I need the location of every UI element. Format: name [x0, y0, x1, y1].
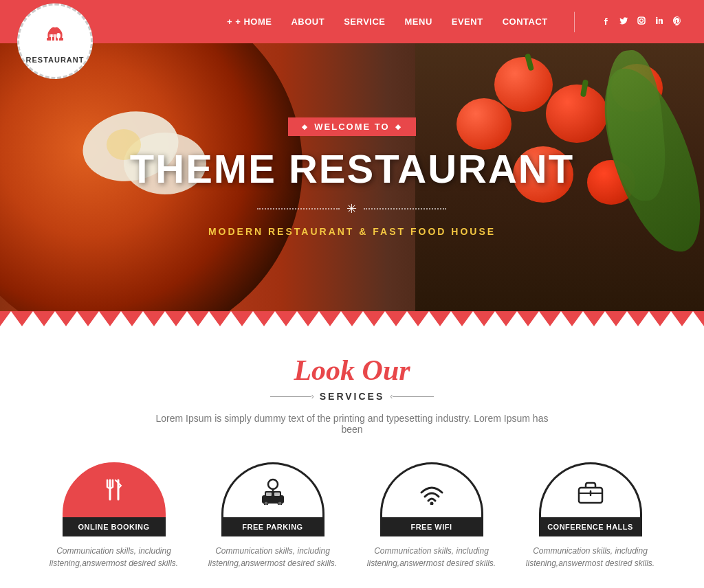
- header: RESTAURANT + HOME ABOUT SERVICE MENU EVE…: [0, 0, 704, 43]
- parking-label: FREE PARKING: [221, 517, 324, 536]
- booking-icon-circle: [63, 462, 166, 517]
- hero-subtitle: MODERN RESTAURANT & FAST FOOD HOUSE: [130, 226, 574, 237]
- svg-point-9: [643, 18, 644, 19]
- svg-point-22: [264, 501, 268, 505]
- nav-item-home[interactable]: + HOME: [227, 16, 272, 27]
- service-card-free-wifi: FREE WIFI Communication skills, includin…: [366, 462, 497, 569]
- welcome-badge: ◆ WELCOME TO ◆: [288, 117, 415, 136]
- social-icons: [601, 16, 682, 27]
- nav-item-service[interactable]: SERVICE: [344, 16, 385, 27]
- svg-point-8: [639, 19, 643, 23]
- zigzag-top: [0, 311, 704, 326]
- logo-text: RESTAURANT: [26, 56, 85, 64]
- hero-section: ◆ WELCOME TO ◆ THEME RESTAURANT ✳ MODERN…: [0, 43, 704, 311]
- svg-point-26: [430, 501, 433, 505]
- subheading-line-right: ‹: [393, 396, 434, 397]
- subheading-line-left: ›: [270, 396, 311, 397]
- pinterest-icon[interactable]: [672, 16, 682, 27]
- wifi-label: FREE WIFI: [380, 517, 483, 536]
- service-card-online-booking: ONLINE BOOKING Communication skills, inc…: [49, 462, 179, 569]
- parking-icon-circle: [221, 462, 324, 517]
- services-subheading: SERVICES: [320, 391, 385, 402]
- svg-point-17: [268, 479, 278, 489]
- divider-star: ✳: [346, 201, 357, 216]
- twitter-icon[interactable]: [619, 16, 628, 27]
- svg-rect-25: [274, 493, 280, 496]
- services-grid: ONLINE BOOKING Communication skills, inc…: [41, 462, 663, 569]
- svg-point-23: [278, 501, 282, 505]
- service-card-free-parking: FREE PARKING Communication skills, inclu…: [208, 462, 338, 569]
- service-card-conference-halls: CONFERENCE HALLS Communication skills, i…: [525, 462, 656, 569]
- nav-item-about[interactable]: ABOUT: [291, 16, 324, 27]
- welcome-text: WELCOME TO: [314, 122, 389, 132]
- diamond-right: ◆: [395, 123, 402, 131]
- nav-divider: [574, 12, 575, 32]
- wifi-icon-circle: [380, 462, 483, 517]
- logo[interactable]: RESTAURANT: [17, 3, 93, 79]
- diamond-left: ◆: [302, 123, 309, 131]
- booking-label: ONLINE BOOKING: [63, 517, 166, 536]
- wifi-desc: Communication skills, including listenin…: [366, 545, 497, 569]
- instagram-icon[interactable]: [637, 16, 646, 27]
- services-heading: Look Our: [41, 354, 663, 387]
- nav-item-menu[interactable]: MENU: [405, 16, 432, 27]
- services-description: Lorem Ipsum is simply dummy text of the …: [146, 413, 558, 435]
- divider-line-right: [364, 208, 446, 210]
- services-subheading-wrapper: › SERVICES ‹: [41, 391, 663, 402]
- nav-item-event[interactable]: EVENT: [452, 16, 483, 27]
- divider-line-left: [257, 208, 340, 210]
- services-section: Look Our › SERVICES ‹ Lorem Ipsum is sim…: [0, 326, 704, 588]
- main-nav: + HOME ABOUT SERVICE MENU EVENT CONTACT: [227, 12, 682, 32]
- logo-icon: [40, 19, 70, 53]
- svg-rect-24: [266, 493, 272, 496]
- booking-desc: Communication skills, including listenin…: [49, 545, 179, 569]
- nav-item-contact[interactable]: CONTACT: [503, 16, 548, 27]
- parking-desc: Communication skills, including listenin…: [208, 545, 338, 569]
- hero-divider: ✳: [130, 201, 574, 216]
- conference-desc: Communication skills, including listenin…: [525, 545, 656, 569]
- linkedin-icon[interactable]: [654, 16, 664, 27]
- facebook-icon[interactable]: [601, 16, 610, 27]
- svg-rect-10: [656, 19, 658, 24]
- conference-label: CONFERENCE HALLS: [539, 517, 642, 536]
- hero-content: ◆ WELCOME TO ◆ THEME RESTAURANT ✳ MODERN…: [130, 117, 574, 238]
- svg-point-6: [56, 33, 60, 38]
- hero-title: THEME RESTAURANT: [130, 147, 574, 191]
- conference-icon-circle: [539, 462, 642, 517]
- svg-point-11: [656, 17, 658, 19]
